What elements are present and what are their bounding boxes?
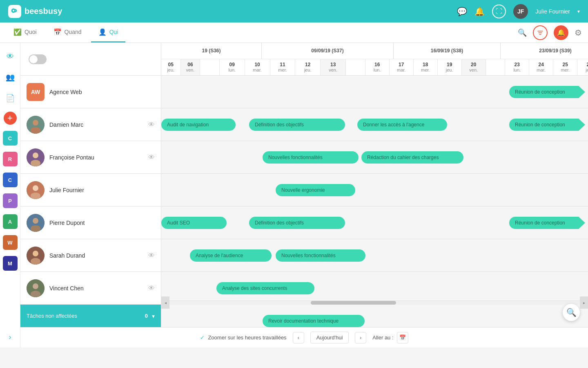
logo-area: beesbusy	[8, 5, 62, 18]
chat-icon[interactable]: 💬	[457, 7, 467, 16]
day-06: 06ven.	[181, 59, 200, 76]
scroll-right-arrow[interactable]: ▸	[580, 296, 588, 309]
task-reunion-conception-1-top[interactable]: Réunion de conception	[509, 86, 579, 98]
gantt-row-francoise-2: Analyse de l'audience Nouvelles fonction…	[161, 239, 588, 272]
prev-btn[interactable]: ‹	[293, 332, 304, 343]
svg-point-18	[33, 251, 38, 256]
task-revoir-documentation[interactable]: Revoir documentation technique	[263, 315, 365, 327]
next-btn[interactable]: ›	[355, 332, 366, 343]
nav-right: 💬 🔔 ⛶ JF Julie Fournier ▾	[457, 4, 580, 19]
day-24: 24mar.	[529, 59, 553, 76]
sidebar-item-view[interactable]: 👁	[3, 49, 18, 64]
eye-icon-sarah[interactable]: 👁	[148, 252, 155, 259]
toggle-btn[interactable]	[29, 54, 47, 64]
task-analyse-audience[interactable]: Analyse de l'audience	[190, 249, 272, 262]
expand-btn[interactable]: ⛶	[492, 4, 506, 18]
person-row-francoise-pontau[interactable]: Françoise Pontau 👁	[20, 141, 161, 174]
person-row-agence-web[interactable]: AW Agence Web	[20, 76, 161, 108]
task-reunion-conception-1-bottom[interactable]: Réunion de conception	[509, 119, 579, 131]
task-audit-navigation[interactable]: Audit de navigation	[161, 119, 236, 131]
settings-btn[interactable]: ⚙	[575, 28, 582, 38]
scroll-left-arrow[interactable]: ◂	[161, 296, 169, 309]
toggle-knob	[29, 55, 38, 63]
task-definition-objectifs-francoise[interactable]: Définition des objectifs	[249, 217, 345, 229]
alert-btn[interactable]: 🔔	[554, 25, 568, 40]
avatar-sarah-durand	[27, 247, 45, 265]
day-row: 05jeu. 06ven. 09lun. 10mar. 11mer. 12jeu…	[161, 59, 588, 76]
tab-quand[interactable]: 📅 Quand	[46, 22, 89, 43]
content-area: AW Agence Web Damien Marc 👁 Franç	[20, 43, 588, 348]
person-row-julie-fournier[interactable]: Julie Fournier	[20, 174, 161, 206]
task-nouvelle-ergonomie[interactable]: Nouvelle ergonomie	[276, 184, 355, 196]
sidebar-item-r[interactable]: R	[3, 152, 18, 166]
sidebar-expand-btn[interactable]: ›	[9, 333, 11, 348]
sidebar-item-people[interactable]: 👥	[3, 70, 18, 85]
bottom-bar-left: ✓ Zoomer sur les heures travaillées	[200, 334, 286, 341]
svg-point-10	[31, 160, 40, 166]
svg-point-22	[31, 291, 40, 297]
sidebar-item-c1[interactable]: C	[3, 131, 18, 146]
task-donner-acces[interactable]: Donner les accès à l'agence	[357, 119, 447, 131]
calendar-btn[interactable]: 📅	[397, 332, 408, 343]
gantt-chart[interactable]: 19 (S36) 09/09/19 (S37) 16/09/19 (S38) 2…	[161, 43, 588, 327]
eye-icon-vincent[interactable]: 👁	[148, 285, 155, 292]
day-23: 23lun.	[505, 59, 529, 76]
week-label-s38: 16/09/19 (S38)	[394, 43, 501, 59]
person-row-vincent-chen[interactable]: Vincent Chen 👁	[20, 272, 161, 305]
avatar-francoise-pontau	[27, 148, 45, 166]
task-nouvelles-fonctionnalites-damien[interactable]: Nouvelles fonctionnalités	[263, 151, 359, 164]
tab-quoi[interactable]: ✅ Quoi	[6, 22, 44, 43]
sidebar-item-docs[interactable]: 📄	[3, 91, 18, 105]
svg-point-1	[13, 10, 14, 11]
week-label-s36: 19 (S36)	[161, 43, 262, 59]
avatar-pierre-dupont	[27, 214, 45, 232]
add-btn[interactable]: +	[4, 112, 17, 125]
unassigned-row[interactable]: Tâches non affectées 0 ▾	[20, 305, 161, 327]
sidebar-item-a[interactable]: A	[3, 214, 18, 229]
avatar-vincent-chen	[27, 279, 45, 297]
task-nouvelles-fonctionnalites-francoise[interactable]: Nouvelles fonctionnalités	[276, 249, 365, 262]
person-row-pierre-dupont[interactable]: Pierre Dupont	[20, 206, 161, 239]
person-row-damien-marc[interactable]: Damien Marc 👁	[20, 108, 161, 141]
avatar-damien-marc	[27, 116, 45, 134]
sidebar-item-p[interactable]: P	[3, 193, 18, 208]
task-redaction-cahier[interactable]: Rédaction du cahier des charges	[361, 151, 463, 164]
task-definition-objectifs-1[interactable]: Définition des objectifs	[249, 119, 345, 131]
sidebar-item-w[interactable]: W	[3, 235, 18, 250]
gantt-inner: 19 (S36) 09/09/19 (S37) 16/09/19 (S38) 2…	[161, 43, 588, 327]
tab-qui-icon: 👤	[98, 28, 107, 36]
eye-icon-damien[interactable]: 👁	[148, 121, 155, 128]
day-12: 12jeu.	[295, 59, 321, 76]
day-17: 17mar.	[390, 59, 414, 76]
bell-icon[interactable]: 🔔	[474, 7, 485, 16]
people-list: AW Agence Web Damien Marc 👁 Franç	[20, 43, 161, 327]
person-row-sarah-durand[interactable]: Sarah Durand 👁	[20, 239, 161, 272]
day-07-spacer	[200, 59, 220, 76]
task-audit-seo[interactable]: Audit SEO	[161, 217, 227, 229]
user-dropdown-arrow[interactable]: ▾	[577, 9, 580, 14]
person-name-julie-fournier: Julie Fournier	[49, 187, 155, 193]
filter-btn[interactable]	[533, 25, 548, 40]
user-avatar[interactable]: JF	[513, 4, 528, 19]
svg-point-21	[33, 283, 38, 289]
person-name-pierre-dupont: Pierre Dupont	[49, 220, 155, 226]
tab-qui[interactable]: 👤 Qui	[91, 22, 126, 43]
tab-quoi-icon: ✅	[13, 28, 22, 36]
gantt-scrollbar[interactable]	[161, 301, 588, 305]
bottom-bar: ✓ Zoomer sur les heures travaillées ‹ Au…	[20, 327, 588, 348]
sidebar-item-c2[interactable]: C	[3, 173, 18, 187]
eye-icon-francoise[interactable]: 👁	[148, 154, 155, 161]
gantt-scrollbar-thumb[interactable]	[311, 301, 396, 305]
task-reunion-conception-francoise[interactable]: Réunion de conception	[509, 217, 579, 229]
task-arrow-right-3	[579, 217, 585, 229]
sidebar-item-m[interactable]: M	[3, 256, 18, 271]
task-analyse-sites[interactable]: Analyse des sites concurrents	[216, 282, 314, 294]
person-name-damien-marc: Damien Marc	[49, 121, 143, 128]
today-btn[interactable]: Aujourd'hui	[310, 332, 349, 343]
svg-point-12	[33, 185, 38, 191]
day-11: 11mer.	[270, 59, 296, 76]
avatar-agence-web: AW	[27, 83, 45, 101]
search-btn[interactable]: 🔍	[518, 28, 527, 37]
zoom-search-btn[interactable]: 🔍	[563, 304, 580, 321]
unassigned-count: 0	[145, 313, 148, 319]
